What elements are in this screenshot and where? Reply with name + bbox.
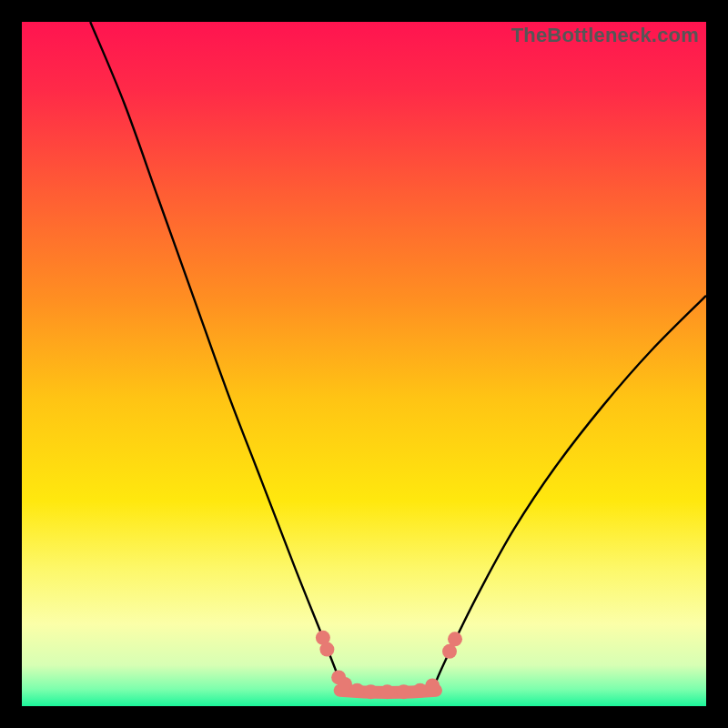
chart-svg <box>22 22 706 706</box>
data-marker <box>349 683 364 698</box>
bottleneck-curve <box>90 22 706 692</box>
chart-plot-area: TheBottleneck.com <box>22 22 706 706</box>
data-marker <box>397 684 411 699</box>
chart-frame: TheBottleneck.com <box>0 0 728 728</box>
data-marker <box>338 677 352 692</box>
data-marker <box>364 684 379 699</box>
data-marker <box>425 678 440 693</box>
data-marker <box>319 642 334 657</box>
data-marker <box>448 632 462 646</box>
data-marker <box>380 684 395 699</box>
